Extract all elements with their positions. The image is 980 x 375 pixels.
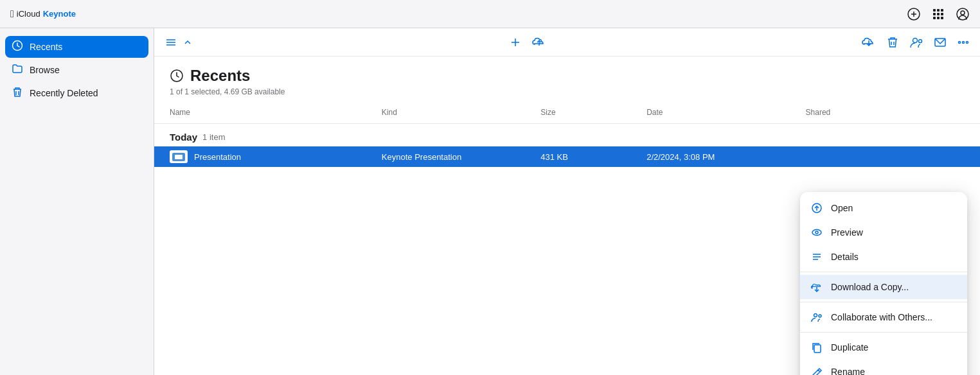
page-subtitle: 1 of 1 selected, 4.69 GB available <box>170 87 965 96</box>
page-header: Recents 1 of 1 selected, 4.69 GB availab… <box>154 57 980 101</box>
preview-icon <box>810 226 823 239</box>
sidebar-deleted-label: Recently Deleted <box>30 88 98 98</box>
sidebar-recents-label: Recents <box>30 42 62 52</box>
keynote-label: Keynote <box>43 9 76 19</box>
duplicate-icon <box>810 341 823 354</box>
svg-rect-8 <box>941 13 943 15</box>
svg-rect-9 <box>933 17 936 19</box>
context-rename-label: Rename <box>831 367 865 375</box>
sidebar-item-browse[interactable]: Browse <box>5 59 148 81</box>
context-download[interactable]: Download a Copy... <box>800 275 967 299</box>
col-name: Name <box>170 105 382 119</box>
svg-rect-7 <box>937 13 940 15</box>
context-details[interactable]: Details <box>800 245 967 269</box>
col-shared: Shared <box>806 105 965 119</box>
main-layout: Recents Browse Recently Deleted <box>0 28 980 375</box>
context-preview-label: Preview <box>831 227 863 238</box>
collaborate-icon <box>810 311 823 324</box>
file-name-text: Presentation <box>194 152 241 162</box>
svg-point-30 <box>963 41 965 43</box>
col-date: Date <box>646 105 805 119</box>
toolbar-center <box>509 35 546 49</box>
grid-icon[interactable] <box>931 7 945 21</box>
rename-icon <box>810 365 823 375</box>
context-duplicate-label: Duplicate <box>831 342 868 353</box>
recents-title-icon <box>170 69 184 83</box>
svg-point-41 <box>814 314 817 317</box>
more-toolbar-button[interactable] <box>957 36 970 49</box>
file-icon <box>170 150 188 163</box>
icloud-label: iCloud <box>17 9 40 19</box>
file-kind: Keynote Presentation <box>382 152 540 162</box>
svg-rect-3 <box>933 9 936 12</box>
context-duplicate[interactable]: Duplicate <box>800 335 967 360</box>
svg-rect-5 <box>941 9 943 12</box>
sidebar: Recents Browse Recently Deleted <box>0 28 154 375</box>
svg-rect-4 <box>937 9 940 12</box>
account-icon[interactable] <box>956 7 970 21</box>
svg-point-35 <box>812 230 821 236</box>
clock-icon <box>12 40 23 54</box>
section-today: Today 1 item <box>154 124 980 146</box>
toolbar-right <box>862 35 970 49</box>
new-file-button[interactable] <box>509 36 522 49</box>
file-name-cell: Presentation <box>170 150 382 163</box>
context-divider-1 <box>800 272 967 272</box>
content-area: Recents 1 of 1 selected, 4.69 GB availab… <box>154 28 980 375</box>
folder-icon <box>12 63 23 77</box>
context-divider-3 <box>800 332 967 333</box>
details-icon <box>810 250 823 263</box>
apple-icon:  <box>10 8 14 20</box>
section-today-label: Today <box>170 132 197 143</box>
col-size: Size <box>540 105 646 119</box>
context-collaborate-label: Collaborate with Others... <box>831 312 932 322</box>
upload-button[interactable] <box>532 35 546 49</box>
file-icon-inner <box>172 153 185 161</box>
svg-point-13 <box>961 11 965 15</box>
svg-rect-11 <box>941 17 943 19</box>
context-preview[interactable]: Preview <box>800 220 967 245</box>
svg-rect-6 <box>933 13 936 15</box>
email-toolbar-button[interactable] <box>934 36 947 49</box>
sort-button[interactable] <box>183 37 193 48</box>
open-icon <box>810 202 823 214</box>
page-title-text: Recents <box>190 67 250 85</box>
topbar-right <box>907 7 970 21</box>
context-open[interactable]: Open <box>800 196 967 220</box>
context-open-label: Open <box>831 203 853 213</box>
page-title: Recents <box>170 67 965 85</box>
context-menu: Open Preview <box>800 192 967 375</box>
content-toolbar <box>154 28 980 57</box>
svg-point-29 <box>959 41 961 43</box>
context-details-label: Details <box>831 252 859 262</box>
svg-point-36 <box>815 231 818 234</box>
sidebar-browse-label: Browse <box>30 65 60 75</box>
svg-point-27 <box>919 39 922 42</box>
sidebar-item-recently-deleted[interactable]: Recently Deleted <box>5 82 148 104</box>
context-divider-2 <box>800 302 967 302</box>
svg-rect-10 <box>937 17 940 19</box>
add-icon[interactable] <box>907 7 921 21</box>
delete-toolbar-button[interactable] <box>886 36 899 49</box>
sidebar-item-recents[interactable]: Recents <box>5 36 148 58</box>
view-toggle-button[interactable] <box>165 36 177 49</box>
context-download-label: Download a Copy... <box>831 282 909 292</box>
table-row[interactable]: Presentation Keynote Presentation 431 KB… <box>154 146 980 167</box>
file-date: 2/2/2024, 3:08 PM <box>646 152 805 162</box>
svg-rect-43 <box>814 345 821 353</box>
svg-point-31 <box>967 41 968 43</box>
topbar:  iCloud Keynote <box>0 0 980 28</box>
col-kind: Kind <box>382 105 540 119</box>
collaborate-toolbar-button[interactable] <box>909 35 923 49</box>
context-collaborate[interactable]: Collaborate with Others... <box>800 305 967 329</box>
section-today-count: 1 item <box>202 132 225 142</box>
download-toolbar-button[interactable] <box>862 35 876 49</box>
app-logo:  iCloud Keynote <box>10 8 76 20</box>
download-copy-icon <box>810 281 823 293</box>
svg-point-26 <box>913 38 918 42</box>
topbar-left:  iCloud Keynote <box>10 8 76 20</box>
trash-icon <box>12 86 23 100</box>
file-icon-bar <box>175 155 183 159</box>
svg-point-42 <box>819 315 821 317</box>
context-rename[interactable]: Rename <box>800 360 967 375</box>
